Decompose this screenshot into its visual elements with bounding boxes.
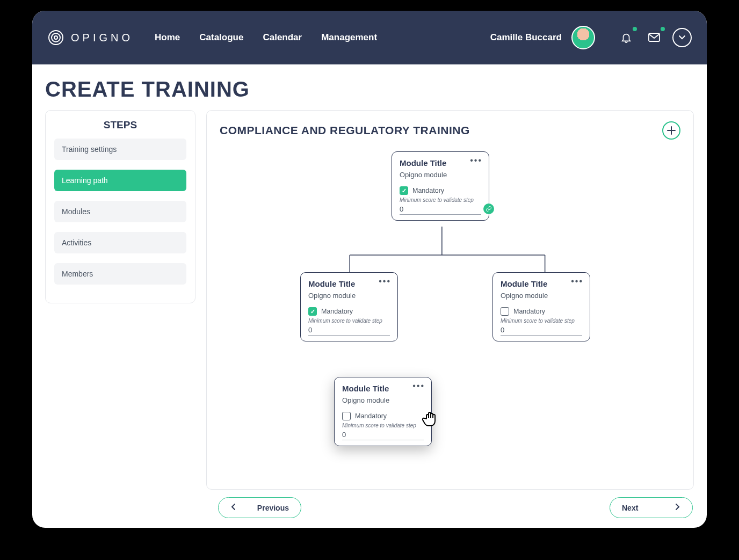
module-card-dragging[interactable]: ••• Module Title Opigno module Mandatory… [334,377,432,446]
topbar: OPIGNO Home Catalogue Calendar Managemen… [32,11,707,64]
nav-home[interactable]: Home [155,32,180,43]
bell-icon [620,32,632,43]
card-menu-button[interactable]: ••• [379,277,391,286]
module-title: Module Title [400,158,481,168]
previous-button[interactable]: Previous [218,497,301,518]
mandatory-label: Mandatory [513,308,545,315]
footer-nav: Previous Next [45,497,694,518]
min-score-label: Minimum score to validate step [501,318,582,324]
min-score-label: Minimum score to validate step [342,423,424,428]
module-title: Module Title [501,279,582,288]
chevron-left-icon [230,503,236,512]
module-card[interactable]: ••• Module Title Opigno module Mandatory… [300,272,398,341]
link-icon [486,206,492,212]
notifications-button[interactable] [617,28,636,47]
notification-dot-icon [633,27,637,31]
module-type: Opigno module [308,292,390,300]
min-score-input[interactable] [501,325,582,336]
module-title: Module Title [342,384,424,393]
svg-point-1 [52,33,60,42]
module-title: Module Title [308,279,390,288]
card-menu-button[interactable]: ••• [412,382,425,390]
brand-icon [47,29,64,46]
module-type: Opigno module [400,171,481,179]
step-members[interactable]: Members [54,263,186,285]
avatar [571,26,595,49]
body-row: STEPS Training settings Learning path Mo… [45,110,694,490]
training-title: COMPLIANCE AND REGULATORY TRAINING [220,124,470,137]
learning-path-canvas[interactable]: ••• Module Title Opigno module Mandatory… [220,140,680,472]
plus-icon [666,126,676,135]
brand-name: OPIGNO [71,32,133,44]
add-module-button[interactable] [662,121,680,140]
nav-management[interactable]: Management [321,32,377,43]
nav-catalogue[interactable]: Catalogue [199,32,243,43]
step-modules[interactable]: Modules [54,201,186,222]
messages-button[interactable] [644,28,664,47]
link-badge[interactable] [483,203,494,214]
content-area: CREATE TRAINING STEPS Training settings … [32,64,707,528]
chevron-down-icon [678,35,686,40]
mandatory-checkbox[interactable] [501,307,509,316]
mandatory-label: Mandatory [321,308,353,315]
min-score-input[interactable] [308,325,390,336]
main-panel: COMPLIANCE AND REGULATORY TRAINING [206,110,694,490]
module-card[interactable]: ••• Module Title Opigno module Mandatory… [492,272,590,341]
mandatory-label: Mandatory [412,187,444,194]
mandatory-checkbox[interactable] [308,307,317,316]
min-score-input[interactable] [342,430,424,440]
nav-calendar[interactable]: Calendar [263,32,302,43]
mail-icon [648,32,661,43]
next-label: Next [622,504,638,512]
step-training-settings[interactable]: Training settings [54,139,186,160]
drag-cursor-icon [422,409,441,428]
topbar-icons [617,28,692,47]
previous-label: Previous [257,504,289,512]
svg-point-0 [49,31,63,45]
module-card[interactable]: ••• Module Title Opigno module Mandatory… [392,151,489,221]
svg-rect-3 [649,33,660,41]
dropdown-button[interactable] [672,28,692,47]
module-type: Opigno module [342,396,424,404]
min-score-label: Minimum score to validate step [308,318,390,324]
steps-panel: STEPS Training settings Learning path Mo… [45,110,195,303]
step-activities[interactable]: Activities [54,232,186,253]
page-title: CREATE TRAINING [45,77,694,101]
card-menu-button[interactable]: ••• [470,156,482,165]
next-button[interactable]: Next [610,497,693,518]
steps-heading: STEPS [54,119,186,131]
app-window: OPIGNO Home Catalogue Calendar Managemen… [32,11,707,528]
user-menu[interactable]: Camille Buccard [490,26,595,49]
mandatory-checkbox[interactable] [400,186,408,195]
mandatory-checkbox[interactable] [342,412,351,420]
card-menu-button[interactable]: ••• [571,277,583,286]
chevron-right-icon [675,503,680,512]
min-score-input[interactable] [400,204,481,215]
logo[interactable]: OPIGNO [47,29,133,46]
svg-point-2 [54,36,57,39]
main-nav: Home Catalogue Calendar Management [155,32,377,43]
user-name: Camille Buccard [490,32,562,43]
mandatory-label: Mandatory [355,412,387,420]
message-dot-icon [661,27,665,31]
step-learning-path[interactable]: Learning path [54,170,186,191]
min-score-label: Minimum score to validate step [400,197,481,203]
main-header: COMPLIANCE AND REGULATORY TRAINING [220,121,680,140]
module-type: Opigno module [501,292,582,300]
